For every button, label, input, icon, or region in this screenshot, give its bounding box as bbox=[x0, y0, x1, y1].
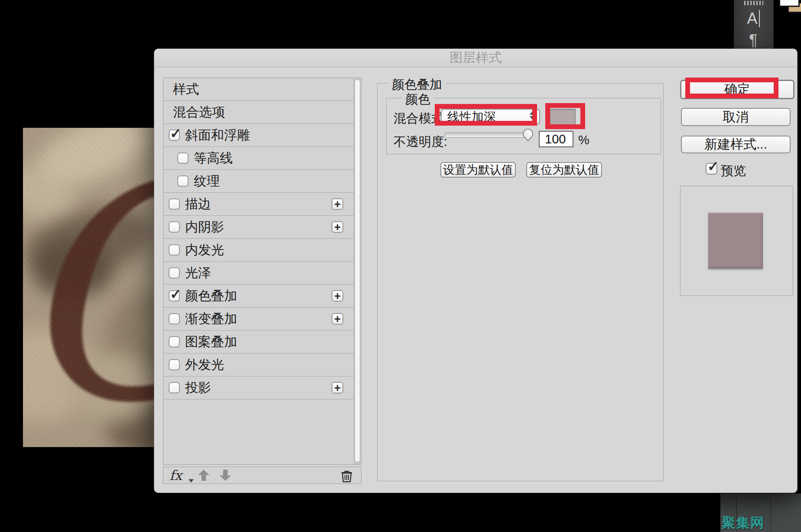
scrollbar-thumb[interactable] bbox=[355, 79, 360, 462]
style-list-item[interactable]: ✓ 斜面和浮雕 bbox=[163, 124, 354, 147]
style-list-item-label: 内阴影 bbox=[185, 218, 224, 236]
preview-well bbox=[680, 186, 793, 296]
dashed-line-icon bbox=[744, 1, 763, 5]
set-default-button[interactable]: 设置为默认值 bbox=[440, 162, 516, 178]
style-checkbox[interactable] bbox=[169, 359, 180, 370]
preview-label: 预览 bbox=[721, 162, 746, 180]
opacity-input[interactable] bbox=[539, 131, 573, 147]
style-checkbox[interactable] bbox=[177, 175, 189, 187]
style-list-item[interactable]: ✓ 颜色叠加 + bbox=[163, 285, 354, 308]
overlay-color-swatch[interactable] bbox=[549, 109, 576, 125]
check-icon: ✓ bbox=[707, 158, 719, 175]
style-list-item-label: 外发光 bbox=[185, 356, 224, 374]
opacity-label: 不透明度: bbox=[394, 133, 447, 151]
style-list-item-label: 样式 bbox=[173, 81, 199, 98]
style-list-item[interactable]: 外发光 bbox=[163, 354, 354, 376]
style-list-item-label: 光泽 bbox=[185, 264, 211, 282]
new-style-button[interactable]: 新建样式... bbox=[681, 136, 791, 153]
style-list-item[interactable]: 混合选项 bbox=[163, 101, 354, 124]
style-checkbox[interactable] bbox=[169, 244, 180, 256]
check-icon: ✓ bbox=[170, 125, 182, 142]
style-list-item-label: 内发光 bbox=[185, 241, 224, 259]
style-list-item-label: 图案叠加 bbox=[185, 333, 237, 351]
style-checkbox[interactable] bbox=[169, 336, 180, 347]
styles-list: 样式 混合选项 ✓ 斜面和浮雕 等高线 纹理 描边 + 内阴影 + 内发光 光泽… bbox=[163, 78, 361, 465]
style-checkbox[interactable]: ✓ bbox=[169, 290, 180, 302]
style-list-item[interactable]: 光泽 bbox=[163, 262, 354, 285]
style-list-item-label: 等高线 bbox=[194, 149, 233, 167]
fx-menu-button[interactable]: fx bbox=[169, 467, 182, 483]
blend-mode-select[interactable]: 线性加深 bbox=[441, 109, 540, 125]
style-checkbox[interactable] bbox=[169, 382, 180, 393]
style-list-item-label: 混合选项 bbox=[173, 104, 225, 121]
preview-color-square bbox=[708, 212, 763, 269]
style-list-item[interactable]: 内发光 bbox=[163, 239, 354, 262]
blend-mode-label: 混合模式: bbox=[394, 110, 447, 127]
type-tool-icon[interactable]: A bbox=[734, 10, 773, 28]
style-list-item[interactable]: 投影 + bbox=[163, 376, 354, 399]
add-effect-button[interactable]: + bbox=[332, 382, 343, 394]
style-list-item-label: 颜色叠加 bbox=[185, 287, 237, 305]
styles-toolbar: fx bbox=[163, 467, 361, 484]
delete-effect-icon[interactable] bbox=[340, 469, 353, 483]
style-list-item-label: 描边 bbox=[185, 195, 211, 213]
cancel-button[interactable]: 取消 bbox=[681, 108, 791, 126]
style-list-item-label: 投影 bbox=[185, 379, 211, 397]
style-checkbox[interactable] bbox=[169, 198, 180, 210]
document-canvas[interactable]: C bbox=[23, 128, 154, 447]
opacity-unit: % bbox=[578, 133, 589, 147]
color-group-title: 颜色 bbox=[401, 91, 434, 108]
check-icon: ✓ bbox=[170, 286, 182, 302]
preview-checkbox[interactable]: ✓ bbox=[706, 163, 717, 175]
add-effect-button[interactable]: + bbox=[332, 290, 343, 302]
fur-overlay bbox=[23, 128, 154, 447]
add-effect-button[interactable]: + bbox=[332, 313, 343, 325]
style-list-item[interactable]: 样式 bbox=[163, 78, 354, 101]
style-checkbox[interactable] bbox=[177, 152, 189, 164]
reset-default-button[interactable]: 复位为默认值 bbox=[526, 162, 602, 178]
add-effect-button[interactable]: + bbox=[332, 221, 343, 233]
paragraph-panel-icon[interactable]: ¶ bbox=[734, 31, 773, 49]
right-tool-strip: A ¶ bbox=[734, 0, 774, 49]
style-checkbox[interactable] bbox=[169, 313, 180, 324]
fx-caret-icon bbox=[189, 479, 194, 483]
style-checkbox[interactable] bbox=[169, 267, 180, 279]
ok-button[interactable]: 确定 bbox=[680, 80, 794, 99]
style-checkbox[interactable] bbox=[169, 221, 180, 233]
blend-mode-value: 线性加深 bbox=[447, 109, 496, 125]
dialog-title: 图层样式 bbox=[450, 49, 502, 67]
foreground-color-swatch[interactable] bbox=[779, 0, 800, 7]
move-up-icon[interactable] bbox=[198, 470, 209, 481]
style-list-item[interactable]: 等高线 bbox=[163, 147, 354, 170]
style-list-item[interactable]: 渐变叠加 + bbox=[163, 308, 354, 331]
add-effect-button[interactable]: + bbox=[332, 198, 343, 210]
select-arrows-icon bbox=[530, 111, 535, 120]
style-list-item-label: 斜面和浮雕 bbox=[185, 127, 250, 144]
style-list-item-label: 渐变叠加 bbox=[185, 310, 237, 328]
opacity-slider-track[interactable] bbox=[444, 133, 532, 138]
move-down-icon[interactable] bbox=[220, 470, 231, 481]
photoshop-workspace: C A ¶ 聚集网 图层样式 样式 混合选项 ✓ 斜面和浮雕 等高线 bbox=[0, 0, 801, 532]
panel-divider bbox=[771, 493, 772, 532]
style-list-item-label: 纹理 bbox=[194, 172, 220, 190]
dialog-titlebar[interactable]: 图层样式 bbox=[154, 49, 797, 67]
layer-style-dialog: 图层样式 样式 混合选项 ✓ 斜面和浮雕 等高线 纹理 描边 + 内阴影 + 内… bbox=[154, 49, 798, 493]
styles-scrollbar[interactable] bbox=[354, 78, 361, 464]
style-list-item[interactable]: 内阴影 + bbox=[163, 216, 354, 239]
watermark: 聚集网 bbox=[722, 514, 765, 532]
style-list-item[interactable]: 纹理 bbox=[163, 170, 354, 193]
style-list-item[interactable]: 描边 + bbox=[163, 193, 354, 216]
style-checkbox[interactable]: ✓ bbox=[169, 130, 180, 141]
style-list-item[interactable]: 图案叠加 bbox=[163, 331, 354, 354]
